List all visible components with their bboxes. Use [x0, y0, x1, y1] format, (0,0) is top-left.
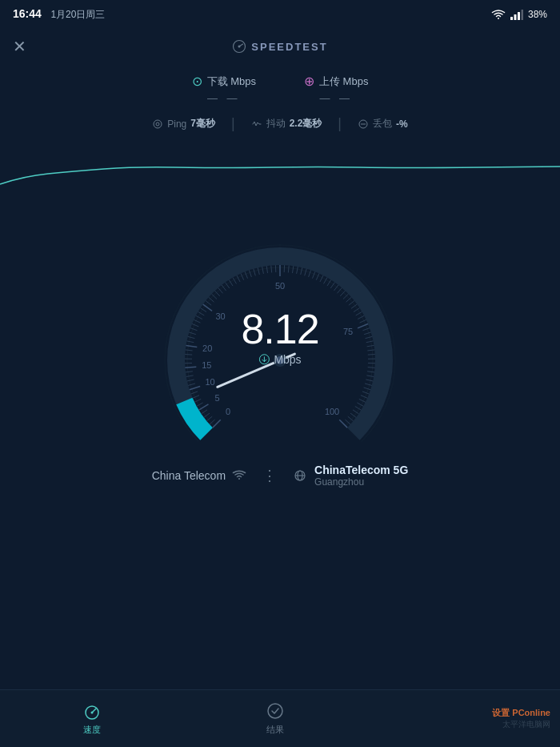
gauge-unit: Mbps — [274, 353, 301, 366]
ping-label: Ping — [167, 118, 186, 130]
results-nav-icon — [266, 701, 285, 721]
globe-icon — [294, 469, 306, 482]
download-icon: ⊙ — [192, 74, 202, 89]
download-gauge-icon — [258, 354, 270, 365]
gauge-section: 8.12 Mbps — [0, 204, 560, 444]
nav-speed-label: 速度 — [83, 724, 101, 736]
jitter-value: 2.2毫秒 — [290, 117, 322, 131]
ping-stat: Ping 7毫秒 — [136, 117, 231, 131]
isp-name: China Telecom — [152, 469, 226, 482]
brand-online: online — [525, 708, 550, 717]
svg-rect-3 — [521, 10, 523, 20]
ping-value: 7毫秒 — [190, 117, 215, 131]
close-button[interactable]: ✕ — [13, 37, 26, 56]
download-label: 下载 Mbps — [207, 74, 256, 89]
svg-rect-0 — [510, 17, 513, 20]
svg-point-15 — [90, 712, 93, 714]
provider-row: China Telecom ⋮ ChinaTelecom 5G Guangzho… — [0, 464, 560, 488]
status-time-date: 16:44 1月20日周三 — [13, 7, 105, 22]
bottom-nav: 速度 结果 设置 PConline 太平洋电脑网 — [0, 689, 560, 747]
top-bar: ✕ SPEEDTEST — [0, 29, 560, 64]
upload-icon: ⊕ — [304, 74, 314, 89]
settings-label: 设置 — [492, 708, 512, 717]
loss-icon — [358, 118, 369, 130]
site-name: 太平洋电脑网 — [502, 719, 550, 730]
more-options-button[interactable]: ⋮ — [262, 467, 278, 484]
ping-icon — [152, 118, 163, 130]
speed-nav-icon — [82, 701, 102, 721]
upload-label: 上传 Mbps — [319, 74, 368, 89]
provider-isp: China Telecom — [152, 469, 246, 482]
svg-point-7 — [156, 122, 159, 126]
svg-point-6 — [154, 120, 162, 128]
upload-section: ⊕ 上传 Mbps — — — [304, 74, 368, 104]
jitter-stat: 抖动 2.2毫秒 — [235, 117, 338, 131]
speed-labels: ⊙ 下载 Mbps — — ⊕ 上传 Mbps — — — [0, 64, 560, 107]
provider-server: ChinaTelecom 5G Guangzhou — [294, 464, 408, 488]
server-name: ChinaTelecom 5G — [314, 464, 408, 476]
upload-value: — — — [319, 92, 353, 104]
svg-rect-2 — [518, 12, 520, 20]
stats-row: Ping 7毫秒 | 抖动 2.2毫秒 | 丢包 -% — [0, 107, 560, 140]
nav-right-info: 设置 PConline 太平洋电脑网 — [367, 707, 560, 730]
status-date: 1月20日周三 — [50, 9, 105, 20]
loss-label: 丢包 — [373, 117, 392, 131]
download-section: ⊙ 下载 Mbps — — — [192, 74, 256, 104]
loss-value: -% — [396, 118, 408, 130]
speedtest-icon — [232, 39, 246, 54]
download-value: — — — [207, 92, 241, 104]
gauge-container: 8.12 Mbps — [144, 220, 416, 444]
jitter-label: 抖动 — [266, 117, 286, 131]
jitter-icon — [251, 118, 262, 130]
app-title-text: SPEEDTEST — [251, 41, 327, 53]
nav-speed[interactable]: 速度 — [0, 701, 183, 736]
nav-results-label: 结果 — [266, 724, 284, 736]
brand-pc: PC — [512, 708, 524, 717]
status-right: 38% — [491, 9, 547, 20]
status-bar: 16:44 1月20日周三 38% — [0, 0, 560, 29]
wifi-provider-icon — [232, 470, 246, 481]
server-city: Guangzhou — [314, 476, 408, 488]
watermark: 设置 PConline — [492, 707, 550, 719]
svg-rect-1 — [514, 14, 516, 20]
svg-point-5 — [238, 46, 241, 48]
nav-results[interactable]: 结果 — [183, 701, 366, 736]
wifi-status-icon — [491, 9, 506, 20]
gauge-center: 8.12 Mbps — [241, 308, 318, 366]
app-title: SPEEDTEST — [232, 39, 327, 54]
status-time: 16:44 — [13, 7, 42, 20]
speed-graph — [0, 140, 560, 204]
graph-area — [0, 140, 560, 204]
svg-point-16 — [268, 704, 282, 718]
battery-level: 38% — [528, 9, 547, 20]
signal-icon — [510, 9, 523, 20]
loss-stat: 丢包 -% — [342, 117, 424, 131]
server-info: ChinaTelecom 5G Guangzhou — [314, 464, 408, 488]
speed-display: 8.12 — [241, 308, 318, 350]
